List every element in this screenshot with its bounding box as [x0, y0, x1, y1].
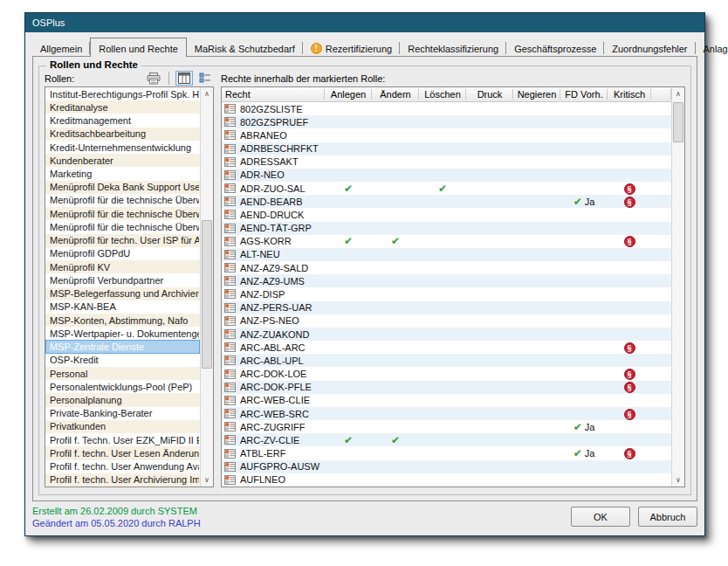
list-item[interactable]: Personal: [45, 367, 200, 380]
tab-zuordnungsfehler[interactable]: Zuordnungsfehler: [604, 39, 695, 56]
list-item[interactable]: OSP-Kredit: [45, 354, 200, 367]
list-item[interactable]: Menüprofil KV: [45, 260, 200, 273]
column-header-löschen[interactable]: Löschen: [419, 87, 466, 101]
scrollbar-track[interactable]: [672, 100, 684, 473]
list-item[interactable]: Marketing: [45, 167, 200, 180]
right-doc-icon: [224, 422, 236, 431]
check-icon: ✔: [573, 422, 582, 432]
right-doc-icon: [224, 276, 236, 286]
table-row[interactable]: 802GZSLISTE: [222, 102, 671, 115]
list-item[interactable]: Profil f. Techn. User EZK_MiFID II Ex P.…: [45, 433, 200, 446]
table-row[interactable]: ALT-NEU: [222, 248, 671, 261]
list-item[interactable]: Menüprofil Verbundpartner: [45, 273, 200, 286]
list-item[interactable]: Privatkunden: [45, 420, 200, 433]
table-row[interactable]: ARC-DOK-LOE§: [222, 367, 671, 380]
list-item[interactable]: MSP-Zentrale Dienste: [45, 340, 200, 353]
column-header-fd-vorh[interactable]: FD Vorh.: [560, 87, 608, 101]
list-view-icon[interactable]: [196, 71, 214, 86]
table-row[interactable]: AUFLNEO: [222, 473, 671, 487]
tab-marisk-schutzbedarf[interactable]: MaRisk & Schutzbedarf: [187, 39, 303, 56]
table-row[interactable]: ARC-ABL-ARC§: [222, 341, 671, 354]
right-doc-icon: [224, 157, 236, 167]
list-item[interactable]: Menüprofil für die technische Überwa...: [45, 194, 200, 207]
cancel-button[interactable]: Abbruch: [638, 507, 697, 527]
list-item[interactable]: MSP-Wertpapier- u. Dokumentengesc...: [45, 327, 200, 340]
scroll-up-icon[interactable]: ∧: [672, 87, 684, 100]
tab-anlagen[interactable]: Anlagen: [696, 39, 728, 56]
table-row[interactable]: ANZ-AZ9-SALD: [222, 261, 671, 274]
tab-geschäftsprozesse[interactable]: Geschäftsprozesse: [506, 39, 604, 56]
right-name-cell: ADRBESCHRFKT: [222, 143, 325, 154]
table-row[interactable]: ARC-ZV-CLIE✔✔: [222, 433, 671, 446]
table-row[interactable]: ANZ-AZ9-UMS: [222, 274, 671, 287]
column-header-druck[interactable]: Druck: [466, 87, 513, 101]
fd-vorh-value: ✔Ja: [573, 197, 595, 207]
roles-scrollbar[interactable]: ∧ ∨: [200, 87, 213, 487]
column-header-kritisch[interactable]: Kritisch: [608, 87, 651, 101]
list-item[interactable]: Kredit-Unternehmensentwicklung: [45, 141, 200, 154]
kritisch-cell: §: [608, 196, 651, 208]
scroll-down-icon[interactable]: ∨: [201, 473, 213, 487]
grid-view-icon[interactable]: [175, 71, 193, 86]
table-row[interactable]: AEND-TÄT-GRP: [222, 222, 671, 235]
scroll-down-icon[interactable]: ∨: [672, 473, 684, 487]
list-item[interactable]: Kreditmanagement: [45, 114, 200, 127]
list-item[interactable]: MSP-Konten, Abstimmung, Nafo: [45, 314, 200, 327]
list-item[interactable]: Kreditsachbearbeitung: [45, 128, 200, 141]
table-row[interactable]: ARC-WEB-CLIE: [222, 394, 671, 407]
list-item[interactable]: Personalentwicklungs-Pool (PeP): [45, 380, 200, 393]
table-row[interactable]: ADR-NEO: [222, 169, 671, 182]
list-item[interactable]: Profil f. techn. User Anwendung Avale ..…: [45, 460, 200, 473]
list-item[interactable]: MSP-Belegerfassung und Archivierun...: [45, 287, 200, 300]
tab-allgemein[interactable]: Allgemein: [32, 39, 90, 56]
column-header-anlegen[interactable]: Anlegen: [325, 87, 372, 101]
table-row[interactable]: ARC-DOK-PFLE§: [222, 381, 671, 394]
table-row[interactable]: 802GZSPRUEF: [222, 115, 671, 128]
list-item[interactable]: Profil f. techn. User Lesen Änderungs...: [45, 446, 200, 459]
list-item[interactable]: Private-Banking-Berater: [45, 407, 200, 420]
table-row[interactable]: ANZ-DISP: [222, 287, 671, 300]
table-row[interactable]: ANZ-PS-NEO: [222, 314, 671, 328]
list-item[interactable]: Menüprofil für techn. User ISP für An...: [45, 234, 200, 247]
table-row[interactable]: ARC-ZUGRIFF✔Ja: [222, 420, 671, 433]
scroll-up-icon[interactable]: ∧: [201, 87, 213, 100]
right-doc-icon: [224, 449, 236, 459]
rights-scrollbar[interactable]: ∧ ∨: [671, 87, 684, 487]
list-item[interactable]: Kreditanalyse: [45, 100, 200, 114]
list-item[interactable]: Menüprofil Deka Bank Support User: [45, 181, 200, 194]
list-item[interactable]: Menüprofil für die technische Überwa...: [45, 207, 200, 220]
table-row[interactable]: ABRANEO: [222, 128, 671, 142]
column-header-negieren[interactable]: Negieren: [513, 87, 560, 101]
scrollbar-track[interactable]: [201, 100, 213, 473]
kritisch-cell: §: [608, 235, 651, 247]
list-item[interactable]: Institut-Berechtigungs-Profil Spk. Ha...: [45, 87, 200, 100]
table-row[interactable]: ANZ-PERS-UAR: [222, 301, 671, 314]
ok-button[interactable]: OK: [571, 507, 630, 527]
table-row[interactable]: ARC-ABL-UPL: [222, 354, 671, 367]
list-item[interactable]: Kundenberater: [45, 154, 200, 167]
column-header-ändern[interactable]: Ändern: [372, 87, 419, 101]
table-row[interactable]: ANZ-ZUAKOND: [222, 328, 671, 341]
list-item[interactable]: MSP-KAN-BEA: [45, 300, 200, 314]
printer-icon[interactable]: [145, 71, 162, 86]
list-item[interactable]: Profil f. techn. User Archivierung Impu.…: [45, 473, 200, 487]
scrollbar-thumb[interactable]: [202, 220, 212, 369]
list-item[interactable]: Menüprofil GDPdU: [45, 247, 200, 260]
table-row[interactable]: AUFGPRO-AUSW: [222, 460, 671, 473]
tab-rezertifizierung[interactable]: !Rezertifizierung: [303, 39, 400, 56]
table-row[interactable]: ARC-WEB-SRC§: [222, 407, 671, 420]
tab-rechteklassifizierung[interactable]: Rechteklassifizierung: [400, 39, 506, 56]
table-row[interactable]: ATBL-ERF✔Ja§: [222, 446, 671, 459]
scrollbar-thumb[interactable]: [673, 102, 683, 142]
table-row[interactable]: ADR-ZUO-SAL✔✔§: [222, 182, 671, 195]
table-row[interactable]: AEND-DRUCK: [222, 208, 671, 221]
list-item[interactable]: Menüprofil für die technische Überwa...: [45, 220, 200, 233]
table-row[interactable]: ADRESSAKT: [222, 155, 671, 169]
table-row[interactable]: ADRBESCHRFKT: [222, 142, 671, 155]
table-row[interactable]: AEND-BEARB✔Ja§: [222, 195, 671, 208]
list-item[interactable]: Personalplanung: [45, 393, 200, 406]
tab-rollen-und-rechte[interactable]: Rollen und Rechte: [90, 38, 187, 57]
table-row[interactable]: AGS-KORR✔✔§: [222, 235, 671, 248]
column-header-recht[interactable]: Recht: [222, 87, 325, 101]
window-titlebar[interactable]: OSPlus: [25, 13, 704, 32]
